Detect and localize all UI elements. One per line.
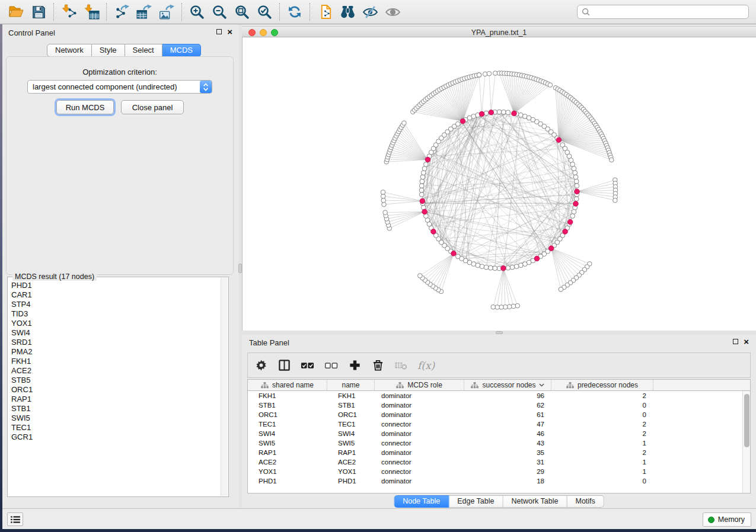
mcds-result-item[interactable]: STP4 [11,300,220,309]
mcds-hub-node[interactable] [573,201,579,207]
mcds-result-item[interactable]: ACE2 [11,366,220,376]
mcds-result-item[interactable]: TEC1 [11,423,220,432]
scrollbar-thumb[interactable] [744,394,749,447]
tab-mcds[interactable]: MCDS [162,44,201,57]
add-icon[interactable] [348,358,361,373]
mcds-hub-node[interactable] [431,229,436,235]
mcds-result-item[interactable]: SWI5 [11,414,220,423]
unselect-all-icon[interactable] [324,358,338,373]
column-layout-icon[interactable] [277,358,291,373]
mcds-hub-node[interactable] [451,251,457,257]
mcds-result-item[interactable]: PHD1 [11,281,220,290]
mcds-result-item[interactable]: YOX1 [11,319,220,328]
table-row[interactable]: SWI4SWI4dominator462 [248,429,742,438]
export-image-icon[interactable] [155,2,178,22]
mcds-hub-node[interactable] [556,137,562,143]
network-canvas[interactable] [242,37,756,331]
table-scrollbar[interactable] [742,391,750,493]
delete-icon[interactable] [371,358,384,373]
table-row[interactable]: ACE2ACE2connector311 [248,457,742,467]
mcds-hub-node[interactable] [575,189,580,194]
column-header-successor-nodes[interactable]: successor nodes [464,380,551,390]
zoom-in-icon[interactable] [186,2,208,22]
table-cell: dominator [375,448,464,457]
tab-select[interactable]: Select [125,44,162,57]
splitter-grip[interactable] [496,331,503,334]
mcds-result-list[interactable]: PHD1CAR1STP4TID3YOX1SWI4SRD1PMA2FKH1ACE2… [8,281,220,495]
mcds-result-item[interactable]: TID3 [11,309,220,319]
run-mcds-button[interactable]: Run MCDS [56,100,114,114]
import-network-icon[interactable] [58,2,80,22]
mcds-result-item[interactable]: CAR1 [11,290,220,300]
column-header-predecessor-nodes[interactable]: predecessor nodes [551,380,653,390]
export-table-icon[interactable] [133,2,155,22]
zoom-out-icon[interactable] [208,2,231,22]
column-header-shared-name[interactable]: shared name [248,380,327,390]
mcds-list-scrollbar[interactable] [221,278,228,496]
mcds-result-item[interactable]: FKH1 [11,357,220,366]
hide-panel-icon[interactable] [359,2,381,22]
table-row[interactable]: STB1STB1dominator620 [248,400,742,410]
tab-motifs[interactable]: Motifs [567,495,604,508]
close-panel-button[interactable]: Close panel [121,100,184,114]
criterion-select[interactable]: largest connected component (undirected) [27,80,212,94]
settings-gear-icon[interactable] [254,358,267,373]
zoom-fit-icon[interactable] [231,2,253,22]
table-row[interactable]: PHD1PHD1dominator180 [248,476,742,486]
mcds-hub-node[interactable] [479,111,484,117]
mcds-result-item[interactable]: RAP1 [11,395,220,404]
search-input[interactable] [591,6,748,18]
select-all-icon[interactable] [301,358,314,373]
mcds-hub-node[interactable] [425,157,430,162]
mcds-result-item[interactable]: ORC1 [11,385,220,395]
table-row[interactable]: FKH1FKH1dominator962 [248,391,742,400]
import-table-icon[interactable] [80,2,103,22]
memory-button[interactable]: Memory [703,512,751,527]
table-row[interactable]: TEC1TEC1connector472 [248,419,742,429]
task-history-button[interactable] [7,512,23,526]
export-network-icon[interactable] [110,2,133,22]
float-panel-icon[interactable] [733,339,738,344]
mcds-hub-node[interactable] [489,110,494,115]
find-network-icon[interactable] [336,2,359,22]
mcds-hub-node[interactable] [420,198,425,204]
mcds-result-item[interactable]: STB5 [11,376,220,385]
node-table: shared namenameMCDS rolesuccessor nodesp… [247,379,751,493]
search-box[interactable] [577,5,749,19]
table-row[interactable]: SWI5SWI5connector431 [248,438,742,448]
horizontal-splitter[interactable] [242,331,756,335]
show-panel-icon[interactable] [381,2,404,22]
table-row[interactable]: YOX1YOX1connector291 [248,467,742,476]
open-file-icon[interactable] [5,2,27,22]
mcds-result-item[interactable]: GCR1 [11,432,220,442]
tab-style[interactable]: Style [92,44,125,57]
mcds-result-item[interactable]: SRD1 [11,338,220,347]
table-cell: ACE2 [248,457,327,467]
mcds-result-item[interactable]: PMA2 [11,347,220,357]
zoom-selected-icon[interactable] [253,2,276,22]
column-header-MCDS-role[interactable]: MCDS role [375,380,464,390]
close-panel-icon[interactable]: × [744,338,749,345]
close-panel-icon[interactable]: × [227,28,232,35]
table-row[interactable]: ORC1ORC1dominator610 [248,410,742,419]
mcds-result-item[interactable]: SWI4 [11,328,220,338]
tab-edge-table[interactable]: Edge Table [449,495,503,508]
tab-network[interactable]: Network [47,44,92,57]
tab-node-table[interactable]: Node Table [394,495,449,508]
mcds-hub-node[interactable] [548,246,554,251]
mcds-hub-node[interactable] [422,209,428,214]
tab-network-table[interactable]: Network Table [503,495,567,508]
float-panel-icon[interactable] [216,29,222,34]
mcds-hub-node[interactable] [460,118,465,124]
mcds-result-item[interactable]: STB1 [11,404,220,414]
apply-layout-icon[interactable] [283,2,306,22]
mcds-hub-node[interactable] [501,266,506,271]
save-session-icon[interactable] [27,2,50,22]
table-row[interactable]: RAP1RAP1dominator352 [248,448,742,457]
mcds-hub-node[interactable] [512,111,517,116]
mcds-hub-node[interactable] [563,229,568,235]
mcds-hub-node[interactable] [567,219,573,225]
mcds-hub-node[interactable] [534,256,540,261]
column-header-name[interactable]: name [327,380,375,390]
clone-network-icon[interactable] [314,2,336,22]
